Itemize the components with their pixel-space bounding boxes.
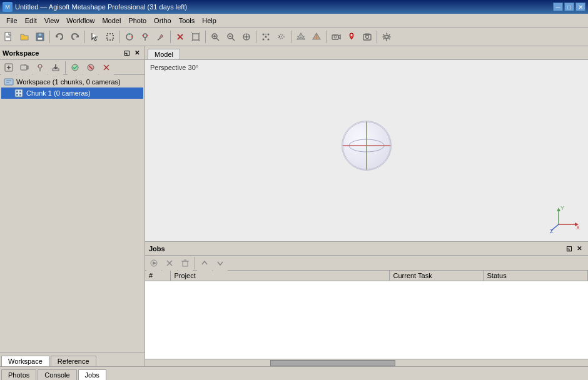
- minimize-button[interactable]: ─: [553, 2, 563, 11]
- marker-button[interactable]: [138, 29, 153, 44]
- view-dense-button[interactable]: [274, 29, 289, 44]
- svg-rect-79: [16, 94, 18, 96]
- menu-bar: File Edit View Workflow Model Photo Orth…: [0, 14, 588, 28]
- camera-view-button[interactable]: [328, 29, 343, 44]
- chunk-tree-icon: [14, 88, 24, 98]
- menu-view[interactable]: View: [41, 16, 63, 26]
- window-title: Untitled — Agisoft Metashape Professiona…: [15, 3, 187, 11]
- svg-line-17: [216, 38, 219, 41]
- model-panel: Model Perspective 30°: [145, 46, 588, 241]
- jobs-up-button[interactable]: [197, 256, 212, 271]
- save-button[interactable]: [33, 29, 48, 44]
- open-button[interactable]: [17, 29, 32, 44]
- ws-disable[interactable]: [83, 60, 98, 75]
- jobs-stop-button[interactable]: [162, 256, 177, 271]
- sidebar-tab-workspace[interactable]: Workspace: [1, 356, 49, 366]
- menu-edit[interactable]: Edit: [21, 16, 41, 26]
- svg-rect-4: [38, 33, 42, 36]
- region-button[interactable]: [103, 29, 118, 44]
- redo-button[interactable]: [68, 29, 83, 44]
- paint-button[interactable]: [153, 29, 168, 44]
- close-button[interactable]: ✕: [575, 2, 585, 11]
- ws-enable[interactable]: [68, 60, 83, 75]
- maximize-button[interactable]: □: [564, 2, 574, 11]
- svg-point-37: [281, 38, 283, 39]
- title-bar-controls[interactable]: ─ □ ✕: [553, 2, 585, 11]
- model-tab[interactable]: Model: [148, 49, 180, 59]
- ws-float-button[interactable]: ◱: [121, 48, 131, 58]
- zoom-in-button[interactable]: [208, 29, 223, 44]
- tab-photos[interactable]: Photos: [1, 369, 36, 380]
- view-mesh-button[interactable]: [293, 29, 308, 44]
- scroll-thumb[interactable]: [270, 360, 395, 366]
- title-bar-left: M Untitled — Agisoft Metashape Professio…: [3, 2, 187, 12]
- jobs-close-button[interactable]: ✕: [574, 244, 584, 254]
- transform-button[interactable]: [188, 29, 203, 44]
- toolbar-sep-6: [256, 31, 256, 43]
- perspective-label: Perspective 30°: [150, 64, 198, 71]
- view-texture-button[interactable]: [309, 29, 324, 44]
- menu-ortho[interactable]: Ortho: [150, 16, 175, 26]
- toolbar-sep-1: [49, 31, 50, 43]
- jobs-scrollbar[interactable]: [145, 359, 588, 366]
- ws-close-button[interactable]: ✕: [132, 48, 142, 58]
- svg-point-26: [246, 36, 247, 38]
- svg-point-53: [366, 35, 369, 38]
- col-project: Project: [170, 271, 389, 281]
- svg-rect-77: [16, 91, 18, 92]
- content-area: Model Perspective 30°: [145, 46, 588, 366]
- jobs-down-button[interactable]: [213, 256, 228, 271]
- col-task: Current Task: [389, 271, 483, 281]
- settings-button[interactable]: [379, 29, 394, 44]
- undo-button[interactable]: [52, 29, 67, 44]
- delete-button[interactable]: [173, 29, 188, 44]
- tree-label-workspace: Workspace (1 chunks, 0 cameras): [16, 78, 121, 86]
- pan-button[interactable]: [239, 29, 254, 44]
- rotate-button[interactable]: [122, 29, 137, 44]
- jobs-clear-button[interactable]: [178, 256, 193, 271]
- axis-svg: Y Z X: [549, 202, 580, 234]
- svg-point-30: [263, 38, 265, 40]
- select-button[interactable]: [87, 29, 102, 44]
- ws-sep-1: [65, 61, 66, 74]
- view-points-button[interactable]: [258, 29, 273, 44]
- tree-item-chunk[interactable]: Chunk 1 (0 cameras): [1, 88, 143, 99]
- zoom-out-button[interactable]: [223, 29, 238, 44]
- ws-delete[interactable]: [99, 60, 114, 75]
- menu-help[interactable]: Help: [198, 16, 220, 26]
- new-button[interactable]: [1, 29, 16, 44]
- sidebar-tab-reference[interactable]: Reference: [51, 356, 96, 366]
- workspace-tree-icon: [4, 77, 14, 87]
- markers-view-button[interactable]: [344, 29, 359, 44]
- ws-add-marker[interactable]: [33, 60, 48, 75]
- photo-button[interactable]: [360, 29, 375, 44]
- jobs-run-button[interactable]: [146, 256, 161, 271]
- bottom-tab-bar: Photos Console Jobs: [0, 366, 588, 380]
- jobs-panel: Jobs ◱ ✕: [145, 241, 588, 366]
- col-status: Status: [483, 271, 588, 281]
- svg-point-29: [265, 36, 267, 38]
- jobs-sep: [195, 257, 195, 269]
- tree-item-workspace[interactable]: Workspace (1 chunks, 0 cameras): [1, 76, 143, 88]
- model-viewport[interactable]: Perspective 30°: [145, 60, 588, 241]
- svg-marker-60: [27, 66, 28, 69]
- toolbar-sep-7: [291, 31, 291, 43]
- ws-import[interactable]: [48, 60, 63, 75]
- menu-tools[interactable]: Tools: [175, 16, 199, 26]
- ws-add-chunk[interactable]: [1, 60, 16, 75]
- jobs-float-button[interactable]: ◱: [564, 244, 574, 254]
- menu-model[interactable]: Model: [98, 16, 124, 26]
- menu-workflow[interactable]: Workflow: [63, 16, 98, 26]
- menu-photo[interactable]: Photo: [124, 16, 150, 26]
- tab-console[interactable]: Console: [38, 369, 76, 380]
- sphere-container: [342, 121, 392, 171]
- svg-rect-76: [15, 89, 23, 97]
- svg-point-31: [268, 38, 270, 40]
- tab-jobs[interactable]: Jobs: [78, 369, 106, 380]
- ws-add-camera[interactable]: [17, 60, 32, 75]
- menu-file[interactable]: File: [3, 16, 21, 26]
- model-tab-bar: Model: [145, 46, 588, 60]
- toolbar-sep-9: [377, 31, 377, 43]
- svg-point-28: [268, 33, 270, 35]
- workspace-title: Workspace: [3, 49, 39, 57]
